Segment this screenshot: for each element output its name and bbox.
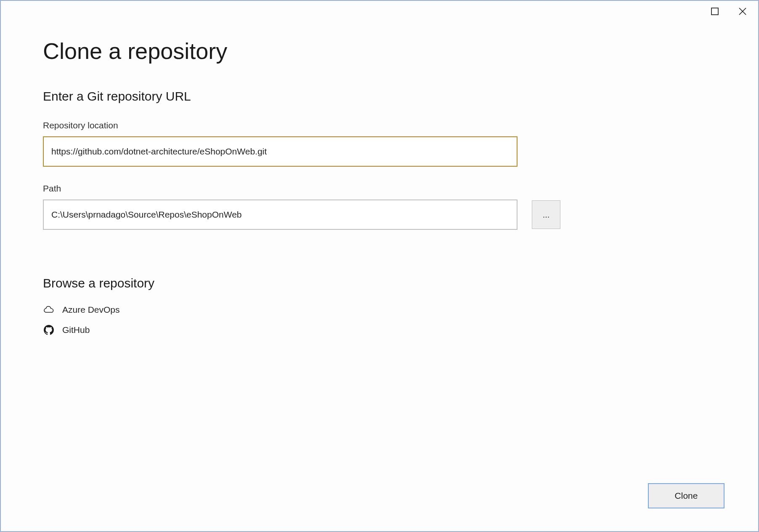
repository-location-group: Repository location [43,120,716,167]
enter-url-heading: Enter a Git repository URL [43,89,716,104]
path-input[interactable] [43,200,518,230]
azure-devops-link[interactable]: Azure DevOps [43,300,716,320]
browse-repository-section: Browse a repository Azure DevOps GitHub [43,276,716,340]
github-label: GitHub [62,325,90,335]
maximize-button[interactable] [705,5,724,18]
clone-button[interactable]: Clone [648,483,724,508]
browse-path-button[interactable]: ... [532,200,560,229]
clone-repository-window: Clone a repository Enter a Git repositor… [0,0,759,532]
browse-repository-heading: Browse a repository [43,276,716,290]
svg-rect-0 [711,8,718,15]
path-label: Path [43,184,716,194]
content-area: Clone a repository Enter a Git repositor… [1,21,758,531]
repository-location-label: Repository location [43,120,716,130]
maximize-icon [709,5,721,17]
footer: Clone [648,483,724,508]
close-icon [737,5,748,17]
github-link[interactable]: GitHub [43,320,716,340]
cloud-icon [43,304,55,316]
github-icon [43,324,55,336]
page-title: Clone a repository [43,38,716,64]
titlebar [1,1,758,21]
azure-devops-label: Azure DevOps [62,305,120,315]
close-button[interactable] [733,5,752,18]
path-group: Path ... [43,184,716,230]
repository-location-input[interactable] [43,136,518,167]
